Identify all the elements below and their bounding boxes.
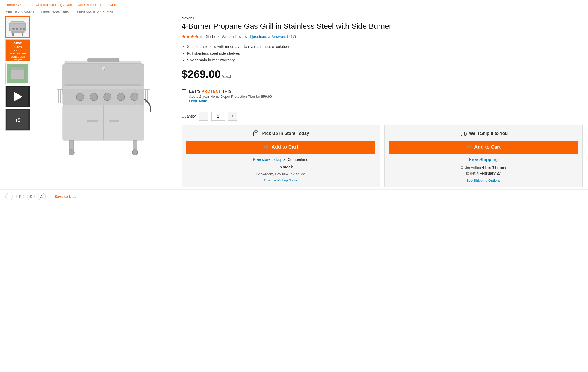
rating-count[interactable]: (571) bbox=[206, 34, 215, 39]
pickup-add-to-cart-button[interactable]: 🛒 Add to Cart bbox=[186, 141, 375, 154]
svg-point-6 bbox=[16, 28, 18, 30]
rating-dropdown-icon[interactable]: ▾ bbox=[218, 35, 219, 38]
breadcrumb-gas-grills[interactable]: Gas Grills bbox=[77, 3, 92, 7]
svg-rect-0 bbox=[9, 23, 26, 31]
free-shipping-label: Free Shipping bbox=[389, 157, 578, 162]
svg-point-19 bbox=[101, 66, 105, 70]
svg-point-24 bbox=[90, 93, 98, 101]
learn-more-link[interactable]: Learn More bbox=[189, 99, 207, 103]
svg-point-49 bbox=[464, 135, 466, 136]
email-share-button[interactable]: ✉ bbox=[27, 193, 35, 200]
svg-point-23 bbox=[76, 93, 84, 101]
write-review-link[interactable]: Write a Review bbox=[222, 34, 247, 39]
quantity-label: Quantity bbox=[182, 114, 196, 118]
pickup-header: Pick Up In Store Today bbox=[186, 130, 375, 137]
svg-point-26 bbox=[117, 93, 125, 101]
svg-text:+9: +9 bbox=[15, 118, 21, 123]
svg-point-34 bbox=[69, 150, 74, 155]
internet-number: Internet #205449953 bbox=[40, 10, 70, 14]
svg-point-5 bbox=[12, 28, 15, 30]
svg-rect-20 bbox=[65, 84, 141, 86]
svg-rect-4 bbox=[11, 21, 24, 24]
svg-point-27 bbox=[131, 93, 138, 101]
breadcrumb-propane-grills[interactable]: Propane Grills bbox=[95, 3, 117, 7]
bullet-2: Full stainless steel side shelves bbox=[187, 50, 583, 57]
change-pickup-store-link[interactable]: Change Pickup Store bbox=[186, 178, 375, 182]
svg-rect-42 bbox=[60, 90, 61, 103]
social-separator bbox=[50, 194, 50, 199]
main-product-image bbox=[33, 16, 173, 187]
svg-rect-11 bbox=[12, 67, 23, 70]
svg-point-25 bbox=[104, 93, 111, 101]
shipping-header: We'll Ship It to You bbox=[389, 130, 578, 137]
social-bar: f P ✉ 🖶 Save to List bbox=[0, 189, 588, 204]
svg-rect-40 bbox=[57, 89, 63, 90]
svg-rect-2 bbox=[12, 33, 14, 36]
breadcrumb-grills[interactable]: Grills bbox=[65, 3, 73, 7]
svg-rect-37 bbox=[144, 89, 149, 90]
svg-point-7 bbox=[20, 28, 22, 30]
feature-list: Stainless steel lid with inner layer to … bbox=[182, 43, 583, 64]
svg-rect-33 bbox=[69, 140, 74, 151]
quantity-input[interactable] bbox=[211, 112, 225, 121]
protect-sub: Add a 2-year Home Depot Protection Plan … bbox=[189, 94, 272, 99]
thumbnail-list: RATED BESTBUYS BY AN INDEPENDENT CONSUME… bbox=[5, 16, 30, 187]
svg-point-48 bbox=[461, 135, 462, 136]
svg-rect-31 bbox=[87, 120, 98, 122]
product-info-panel: Nexgrill 4-Burner Propane Gas Grill in S… bbox=[179, 16, 583, 187]
free-store-pickup-label: Free store pickup bbox=[253, 157, 282, 162]
pinterest-share-button[interactable]: P bbox=[16, 193, 24, 200]
protect-checkbox[interactable] bbox=[182, 89, 186, 94]
cart-icon: 🛒 bbox=[263, 144, 269, 150]
star-rating: ★★★★★ bbox=[182, 34, 203, 40]
svg-rect-21 bbox=[63, 86, 144, 89]
svg-rect-32 bbox=[109, 120, 119, 122]
thumbnail-more[interactable]: +9 bbox=[5, 109, 30, 131]
svg-rect-41 bbox=[58, 90, 59, 103]
price-amount: $269.00 bbox=[182, 68, 221, 80]
price-unit: /each bbox=[222, 74, 232, 79]
ship-info: Order within 4 hrs 39 mins to get it Feb… bbox=[389, 164, 578, 177]
svg-point-8 bbox=[23, 28, 25, 30]
shipping-add-to-cart-button[interactable]: 🛒 Add to Cart bbox=[389, 141, 578, 154]
thumbnail-outdoor[interactable] bbox=[5, 63, 30, 84]
breadcrumb-outdoors[interactable]: Outdoors bbox=[18, 3, 32, 7]
facebook-share-button[interactable]: f bbox=[5, 193, 13, 200]
meta-row: Model # 720-0830H Internet #205449953 St… bbox=[0, 9, 588, 16]
svg-rect-1 bbox=[11, 31, 24, 33]
svg-rect-38 bbox=[145, 90, 146, 103]
bullet-3: 5 Year main burner warranty bbox=[187, 57, 583, 64]
store-sku: Store SKU #1000712465 bbox=[77, 10, 113, 14]
shipping-icon bbox=[459, 130, 467, 137]
quantity-row: Quantity - + bbox=[182, 112, 583, 121]
product-title: 4-Burner Propane Gas Grill in Stainless … bbox=[182, 21, 583, 31]
free-pickup-row: Free store pickup at Cumberland bbox=[186, 157, 375, 162]
svg-rect-10 bbox=[11, 69, 24, 79]
showroom-row: Showroom, Bay 004 Text to Me bbox=[186, 172, 375, 176]
breadcrumb-home[interactable]: Home bbox=[5, 3, 15, 7]
breadcrumb-outdoor-cooking[interactable]: Outdoor Cooking bbox=[35, 3, 62, 7]
thumbnail-video[interactable] bbox=[5, 86, 30, 107]
save-to-list-button[interactable]: Save to List bbox=[54, 194, 76, 199]
qa-link[interactable]: Questions & Answers (217) bbox=[250, 34, 296, 39]
thumbnail-best-buys[interactable]: RATED BESTBUYS BY AN INDEPENDENT CONSUME… bbox=[5, 39, 30, 61]
svg-rect-35 bbox=[133, 140, 137, 151]
text-me-link[interactable]: Text to Me bbox=[289, 172, 305, 176]
see-shipping-options-link[interactable]: See Shipping Options bbox=[389, 178, 578, 182]
quantity-decrease-button[interactable]: - bbox=[199, 112, 208, 121]
print-button[interactable]: 🖶 bbox=[38, 193, 46, 200]
pickup-column: Pick Up In Store Today 🛒 Add to Cart Fre… bbox=[182, 125, 380, 187]
cart-icon-ship: 🛒 bbox=[466, 144, 472, 150]
rating-row: ★★★★★ (571) ▾ Write a Review Questions &… bbox=[182, 34, 583, 40]
protect-section: LET'S PROTECT THIS. Add a 2-year Home De… bbox=[182, 84, 583, 107]
shipping-column: We'll Ship It to You 🛒 Add to Cart Free … bbox=[384, 125, 583, 187]
svg-rect-3 bbox=[22, 33, 23, 36]
thumbnail-1[interactable] bbox=[5, 16, 30, 38]
quantity-increase-button[interactable]: + bbox=[228, 112, 237, 121]
purchase-section: Pick Up In Store Today 🛒 Add to Cart Fre… bbox=[182, 125, 583, 187]
svg-rect-47 bbox=[460, 132, 465, 135]
price-section: $269.00 /each bbox=[182, 68, 583, 80]
brand-name: Nexgrill bbox=[182, 16, 583, 20]
stock-row: 6 in stock bbox=[186, 164, 375, 170]
bullet-1: Stainless steel lid with inner layer to … bbox=[187, 43, 583, 50]
